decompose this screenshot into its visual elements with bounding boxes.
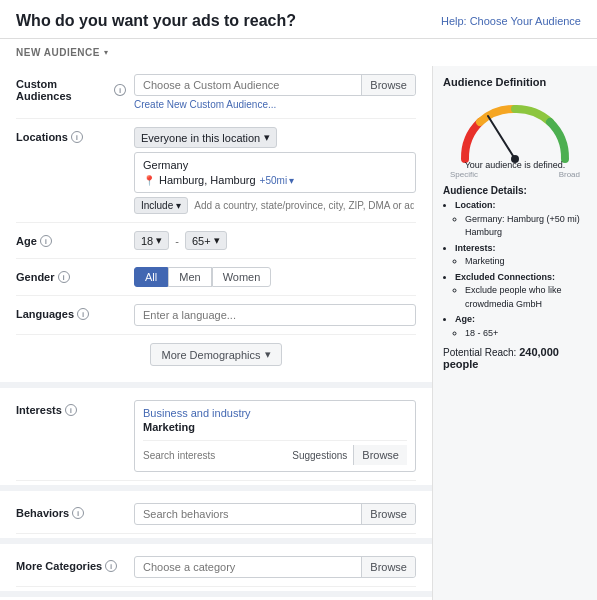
location-detail-label: Location: bbox=[455, 200, 496, 210]
gender-men-btn[interactable]: Men bbox=[168, 267, 211, 287]
custom-audiences-input[interactable] bbox=[135, 75, 361, 95]
more-categories-info-icon[interactable]: i bbox=[105, 560, 117, 572]
gender-all-btn[interactable]: All bbox=[134, 267, 168, 287]
custom-audiences-row: Custom Audiences i Browse Create New Cus… bbox=[16, 66, 416, 119]
languages-content bbox=[134, 304, 416, 326]
location-type-dropdown[interactable]: Everyone in this location ▾ bbox=[134, 127, 277, 148]
gender-women-btn[interactable]: Women bbox=[212, 267, 272, 287]
interest-category[interactable]: Business and industry bbox=[143, 407, 407, 419]
audience-def-title: Audience Definition bbox=[443, 76, 587, 88]
new-audience-dropdown-arrow[interactable]: ▾ bbox=[104, 48, 108, 57]
age-content: 18 ▾ - 65+ ▾ bbox=[134, 231, 416, 250]
locations-info-icon[interactable]: i bbox=[71, 131, 83, 143]
suggestions-link[interactable]: Suggestions bbox=[292, 450, 347, 461]
excluded-detail-label: Excluded Connections: bbox=[455, 272, 555, 282]
age-detail-value: 18 - 65+ bbox=[465, 327, 587, 341]
location-country: Germany bbox=[143, 159, 407, 171]
interest-search-input[interactable] bbox=[143, 450, 292, 461]
behaviors-row: Behaviors i Browse bbox=[16, 495, 416, 534]
age-label: Age i bbox=[16, 231, 126, 247]
gauge-broad-label: Broad bbox=[559, 170, 580, 179]
address-input[interactable] bbox=[192, 198, 416, 213]
more-categories-content: Browse bbox=[134, 556, 416, 578]
gender-group: All Men Women bbox=[134, 267, 416, 287]
languages-info-icon[interactable]: i bbox=[77, 308, 89, 320]
audience-definition-panel: Audience Definition Your au bbox=[432, 66, 597, 600]
gender-info-icon[interactable]: i bbox=[58, 271, 70, 283]
custom-audiences-browse-btn[interactable]: Browse bbox=[361, 75, 415, 95]
behaviors-browse-btn[interactable]: Browse bbox=[361, 504, 415, 524]
pin-icon: 📍 bbox=[143, 175, 155, 186]
gauge-axis: Specific Broad bbox=[450, 170, 580, 179]
interests-content: Business and industry Marketing Suggesti… bbox=[134, 400, 416, 472]
page-title: Who do you want your ads to reach? bbox=[16, 12, 296, 30]
audience-gauge: Your audience is defined. Specific Broad bbox=[443, 94, 587, 179]
interests-browse-btn[interactable]: Browse bbox=[353, 445, 407, 465]
potential-reach: Potential Reach: 240,000 people bbox=[443, 346, 587, 370]
gauge-specific-label: Specific bbox=[450, 170, 478, 179]
help-link[interactable]: Help: Choose Your Audience bbox=[441, 15, 581, 27]
behaviors-input[interactable] bbox=[135, 504, 361, 524]
include-dropdown[interactable]: Include ▾ bbox=[134, 197, 188, 214]
age-selectors: 18 ▾ - 65+ ▾ bbox=[134, 231, 416, 250]
interests-row: Interests i Business and industry Market… bbox=[16, 392, 416, 481]
gender-row: Gender i All Men Women bbox=[16, 259, 416, 296]
languages-label: Languages i bbox=[16, 304, 126, 320]
location-detail-value: Germany: Hamburg (+50 mi) Hamburg bbox=[465, 213, 587, 240]
behaviors-content: Browse bbox=[134, 503, 416, 525]
interest-tag: Marketing bbox=[143, 421, 195, 433]
age-detail-label: Age: bbox=[455, 314, 475, 324]
locations-row: Locations i Everyone in this location ▾ … bbox=[16, 119, 416, 223]
custom-audiences-content: Browse Create New Custom Audience... bbox=[134, 74, 416, 110]
location-range-dropdown[interactable]: +50mi ▾ bbox=[260, 175, 295, 186]
more-categories-row: More Categories i Browse bbox=[16, 548, 416, 587]
languages-input[interactable] bbox=[134, 304, 416, 326]
languages-row: Languages i bbox=[16, 296, 416, 335]
interests-info-icon[interactable]: i bbox=[65, 404, 77, 416]
behaviors-label: Behaviors i bbox=[16, 503, 126, 519]
gauge-label: Your audience is defined. bbox=[465, 160, 566, 170]
age-row: Age i 18 ▾ - 65+ ▾ bbox=[16, 223, 416, 259]
age-max-select[interactable]: 65+ ▾ bbox=[185, 231, 227, 250]
custom-audiences-label: Custom Audiences i bbox=[16, 74, 126, 102]
interests-detail-value: Marketing bbox=[465, 255, 587, 269]
interest-search-row: Suggestions Browse bbox=[143, 440, 407, 465]
audience-details: Location: Germany: Hamburg (+50 mi) Hamb… bbox=[443, 199, 587, 340]
new-audience-label: NEW AUDIENCE bbox=[16, 47, 100, 58]
age-info-icon[interactable]: i bbox=[40, 235, 52, 247]
age-min-select[interactable]: 18 ▾ bbox=[134, 231, 169, 250]
locations-label: Locations i bbox=[16, 127, 126, 143]
gender-label: Gender i bbox=[16, 267, 126, 283]
locations-content: Everyone in this location ▾ Germany 📍 Ha… bbox=[134, 127, 416, 214]
gauge-svg bbox=[450, 94, 580, 164]
location-box: Germany 📍 Hamburg, Hamburg +50mi ▾ bbox=[134, 152, 416, 193]
gender-content: All Men Women bbox=[134, 267, 416, 287]
more-categories-label: More Categories i bbox=[16, 556, 126, 572]
create-custom-audience-link[interactable]: Create New Custom Audience... bbox=[134, 99, 416, 110]
interests-label: Interests i bbox=[16, 400, 126, 416]
more-categories-browse-btn[interactable]: Browse bbox=[361, 557, 415, 577]
age-dash: - bbox=[175, 235, 179, 247]
custom-audiences-info-icon[interactable]: i bbox=[114, 84, 126, 96]
audience-details-title: Audience Details: bbox=[443, 185, 587, 196]
include-row: Include ▾ bbox=[134, 197, 416, 214]
excluded-detail-value: Exclude people who like crowdmedia GmbH bbox=[465, 284, 587, 311]
interests-detail-label: Interests: bbox=[455, 243, 496, 253]
more-demographics-btn[interactable]: More Demographics ▾ bbox=[150, 343, 281, 366]
more-categories-input[interactable] bbox=[135, 557, 361, 577]
location-city: 📍 Hamburg, Hamburg +50mi ▾ bbox=[143, 174, 407, 186]
behaviors-info-icon[interactable]: i bbox=[72, 507, 84, 519]
interest-box: Business and industry Marketing Suggesti… bbox=[134, 400, 416, 472]
svg-line-0 bbox=[488, 116, 515, 159]
